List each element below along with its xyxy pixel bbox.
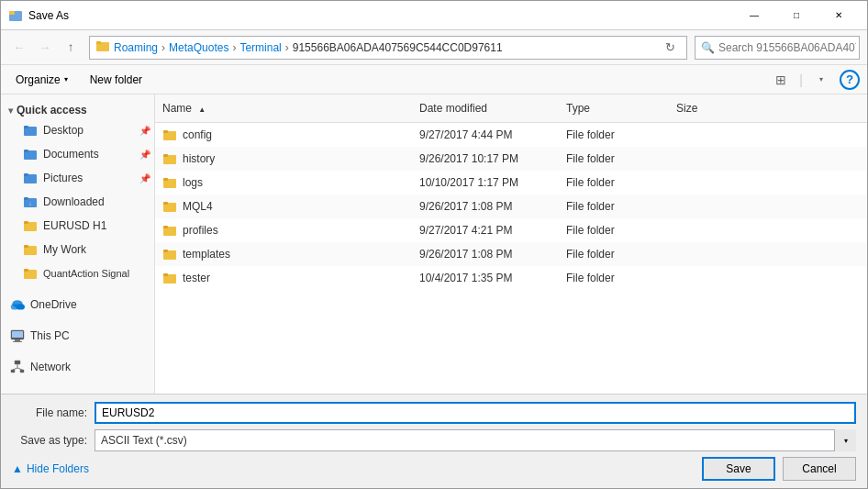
pictures-folder-icon xyxy=(23,171,38,185)
filename-label: File name: xyxy=(12,406,95,419)
sidebar-item-network-label: Network xyxy=(30,361,71,373)
svg-rect-25 xyxy=(13,341,22,342)
file-name-cell: logs xyxy=(155,175,412,190)
file-type: File folder xyxy=(559,128,669,141)
breadcrumb-metaquotes[interactable]: MetaQuotes xyxy=(169,41,228,54)
view-sep: | xyxy=(799,72,803,87)
sidebar-item-pictures[interactable]: Pictures 📌 xyxy=(1,166,154,190)
help-button[interactable]: ? xyxy=(840,70,860,90)
search-input[interactable] xyxy=(718,41,856,54)
address-bar[interactable]: Roaming › MetaQuotes › Terminal › 915566… xyxy=(89,36,687,60)
table-row[interactable]: tester 10/4/2017 1:35 PM File folder xyxy=(155,266,867,290)
svg-rect-44 xyxy=(163,250,168,252)
minimize-button[interactable]: — xyxy=(733,1,775,30)
forward-button[interactable]: → xyxy=(34,37,56,59)
cancel-button[interactable]: Cancel xyxy=(783,457,856,481)
up-button[interactable]: ↑ xyxy=(60,37,82,59)
back-button[interactable]: ← xyxy=(8,37,30,59)
breadcrumb-terminal[interactable]: Terminal xyxy=(239,41,281,54)
sidebar-section-quick-access[interactable]: ▾ Quick access xyxy=(1,98,154,118)
organize-button[interactable]: Organize ▾ xyxy=(8,70,75,90)
address-folder-icon xyxy=(95,39,110,56)
file-name: templates xyxy=(183,248,230,261)
documents-pin-icon: 📌 xyxy=(139,150,150,160)
table-row[interactable]: logs 10/10/2017 1:17 PM File folder xyxy=(155,171,867,194)
title-controls: — □ ✕ xyxy=(733,1,860,30)
filename-row: File name: xyxy=(12,402,856,424)
svg-rect-34 xyxy=(163,130,168,133)
file-list-header: Name ▲ Date modified Type Size xyxy=(155,94,867,123)
sidebar-item-desktop-label: Desktop xyxy=(43,124,83,137)
sidebar-item-desktop[interactable]: Desktop 📌 xyxy=(1,118,154,142)
sidebar-section-quick-access-label: Quick access xyxy=(17,104,87,117)
file-name: history xyxy=(183,152,215,165)
sidebar-item-quantaction[interactable]: QuantAction Signal xyxy=(1,261,154,285)
column-header-size[interactable]: Size xyxy=(669,98,742,118)
file-type: File folder xyxy=(559,176,669,189)
sidebar-item-onedrive-label: OneDrive xyxy=(30,298,77,311)
table-row[interactable]: templates 9/26/2017 1:08 PM File folder xyxy=(155,242,867,266)
file-name: MQL4 xyxy=(183,200,213,213)
savetype-select[interactable]: ASCII Text (*.csv) CSV (*.csv) Text (*.t… xyxy=(95,429,856,451)
close-button[interactable]: ✕ xyxy=(818,1,860,30)
file-name-cell: tester xyxy=(155,271,412,285)
sidebar-item-documents[interactable]: Documents 📌 xyxy=(1,142,154,166)
sidebar-item-downloaded[interactable]: ↓ Downloaded xyxy=(1,190,154,214)
new-folder-label: New folder xyxy=(90,73,142,86)
svg-line-32 xyxy=(17,368,22,370)
sidebar-item-network[interactable]: Network xyxy=(1,355,154,379)
table-row[interactable]: MQL4 9/26/2017 1:08 PM File folder xyxy=(155,194,867,218)
eurusd-folder-icon xyxy=(23,218,38,233)
sidebar-item-mywork-label: My Work xyxy=(43,243,86,256)
form-buttons: ▲ Hide Folders Save Cancel xyxy=(12,457,856,481)
action-bar: Organize ▾ New folder ⊞ | ▾ ? xyxy=(1,65,867,94)
row-folder-icon xyxy=(162,199,177,214)
table-row[interactable]: profiles 9/27/2017 4:21 PM File folder xyxy=(155,218,867,242)
title-bar: Save As — □ ✕ xyxy=(1,1,867,30)
svg-rect-46 xyxy=(163,273,168,276)
file-date: 9/26/2017 10:17 PM xyxy=(412,152,559,165)
sidebar-item-thispc[interactable]: This PC xyxy=(1,324,154,348)
sidebar-item-my-work[interactable]: My Work xyxy=(1,238,154,261)
column-header-name[interactable]: Name ▲ xyxy=(155,98,412,118)
sidebar-item-onedrive[interactable]: OneDrive xyxy=(1,293,154,317)
onedrive-icon xyxy=(10,297,25,312)
row-folder-icon xyxy=(162,223,177,238)
downloaded-folder-icon: ↓ xyxy=(23,194,38,209)
file-name-cell: history xyxy=(155,151,412,166)
file-date: 9/27/2017 4:21 PM xyxy=(412,224,559,237)
sidebar-item-eurusd-label: EURUSD H1 xyxy=(43,219,106,232)
sidebar-item-eurusd-h1[interactable]: EURUSD H1 xyxy=(1,214,154,238)
desktop-folder-icon xyxy=(23,123,38,138)
svg-rect-38 xyxy=(163,178,168,181)
column-header-type[interactable]: Type xyxy=(559,98,669,118)
refresh-button[interactable]: ↻ xyxy=(659,37,681,59)
breadcrumb: Roaming › MetaQuotes › Terminal › 915566… xyxy=(114,41,655,54)
breadcrumb-roaming[interactable]: Roaming xyxy=(114,41,158,54)
filename-input[interactable] xyxy=(95,402,856,424)
sidebar-item-downloaded-label: Downloaded xyxy=(43,195,105,208)
save-button[interactable]: Save xyxy=(702,457,775,481)
file-date: 10/10/2017 1:17 PM xyxy=(412,176,559,189)
view-toggle-button[interactable]: ⊞ xyxy=(770,69,792,91)
mywork-folder-icon xyxy=(23,242,38,257)
row-folder-icon xyxy=(162,151,177,166)
file-name: config xyxy=(183,128,212,141)
svg-rect-40 xyxy=(163,202,168,205)
new-folder-button[interactable]: New folder xyxy=(83,70,150,90)
search-box[interactable]: 🔍 xyxy=(695,36,860,60)
hide-folders-button[interactable]: ▲ Hide Folders xyxy=(12,462,695,475)
row-folder-icon xyxy=(162,175,177,190)
file-name: tester xyxy=(183,272,210,284)
table-row[interactable]: config 9/27/2017 4:44 PM File folder xyxy=(155,123,867,147)
column-header-date[interactable]: Date modified xyxy=(412,98,559,118)
view-dropdown-button[interactable]: ▾ xyxy=(810,69,832,91)
search-icon: 🔍 xyxy=(701,41,715,54)
bottom-bar: File name: Save as type: ASCII Text (*.c… xyxy=(1,394,867,488)
maximize-button[interactable]: □ xyxy=(775,1,818,30)
sidebar-spacer-1 xyxy=(1,285,154,293)
svg-rect-19 xyxy=(24,269,28,272)
file-name-cell: config xyxy=(155,128,412,142)
organize-label: Organize xyxy=(16,73,61,86)
table-row[interactable]: history 9/26/2017 10:17 PM File folder xyxy=(155,147,867,171)
